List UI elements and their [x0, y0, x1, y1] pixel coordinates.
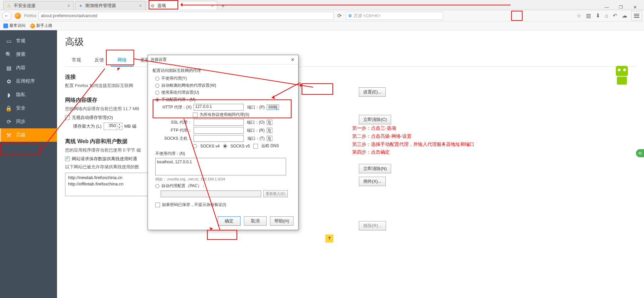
maximize-button[interactable]: ❐	[616, 5, 625, 10]
cancel-button[interactable]: 取消	[244, 216, 267, 226]
radio-pac[interactable]	[155, 184, 159, 188]
pac-url-input[interactable]	[161, 190, 261, 197]
override-cache-checkbox[interactable]	[65, 115, 70, 120]
sidebar-item-security[interactable]: 🔒安全	[0, 101, 57, 115]
tools-icon: ⚒	[5, 132, 12, 138]
close-icon[interactable]: ×	[290, 57, 296, 63]
back-button[interactable]: ←	[2, 11, 11, 20]
green-badge[interactable]: 40	[636, 149, 644, 157]
radio-auto-detect[interactable]	[155, 84, 159, 88]
settings-button[interactable]: 设置(E)...	[359, 87, 386, 97]
close-icon[interactable]: ×	[139, 3, 142, 8]
tab-label: 选项	[157, 3, 166, 9]
subtab-general[interactable]: 常规	[65, 54, 88, 67]
sync-icon: ⟳	[5, 118, 12, 125]
ssl-proxy-input[interactable]	[194, 119, 244, 126]
content: 高级 常规 反馈 网络 更新 连接 配置 Firefox 如何连接至国际互联网 …	[57, 30, 644, 298]
http-port-label: 端口：(P)	[246, 104, 265, 110]
ftp-port-label: 端口：(R)	[246, 128, 265, 133]
search-placeholder: 百度 <Ctrl+K>	[353, 13, 380, 19]
close-button[interactable]: ✕	[631, 5, 639, 10]
url-text: about:preferences#advanced	[41, 13, 97, 18]
socks-host-input[interactable]	[194, 135, 244, 142]
subtab-feedback[interactable]: 反馈	[88, 54, 111, 67]
close-icon[interactable]: ×	[211, 3, 214, 8]
sync-icon[interactable]: ☁	[622, 12, 627, 19]
help-button[interactable]: 帮助(H)	[270, 216, 293, 226]
gear-icon: ⚙	[151, 3, 155, 8]
undo-icon[interactable]: ↶	[613, 12, 617, 19]
noproxy-example: 例如：.mozilla.org, .net.nz, 192.168.1.0/24	[155, 177, 293, 182]
mask-icon: ◗	[5, 91, 12, 98]
new-tab-button[interactable]: +	[219, 2, 227, 10]
cache-limit-label-pre: 缓存最大为 (L)	[73, 123, 102, 129]
ftp-label: FTP 代理：	[161, 128, 192, 133]
no-prompt-checkbox[interactable]	[155, 203, 160, 207]
sidebar: ▭常规 🔍搜索 ▤内容 ✿应用程序 ◗隐私 🔒安全 ⟳同步 ⚒高级	[0, 30, 57, 298]
browser-label: Firefox	[24, 13, 37, 18]
sidebar-item-apps[interactable]: ✿应用程序	[0, 75, 57, 88]
tab-options[interactable]: ⚙ 选项 ×	[147, 1, 217, 10]
radio-no-proxy[interactable]	[155, 77, 159, 81]
instructions: 第一步：点击三-选项 第二步：点击高级-网络-设置 第三步：选择手动配置代理，并…	[352, 124, 474, 156]
sidebar-item-sync[interactable]: ⟳同步	[0, 115, 57, 128]
main: ▭常规 🔍搜索 ▤内容 ✿应用程序 ◗隐私 🔒安全 ⟳同步 ⚒高级 高级 常规 …	[0, 30, 644, 298]
noproxy-input[interactable]: localhost, 127.0.0.1	[155, 158, 286, 175]
folder-icon	[3, 24, 8, 28]
notify-offline-label: 网站请求保存数据供离线使用时通	[72, 156, 137, 162]
subtab-network[interactable]: 网络	[111, 54, 133, 67]
ftp-proxy-input[interactable]	[194, 127, 244, 134]
radio-manual[interactable]	[155, 98, 159, 102]
window-controls: — ❐ ✕	[598, 5, 644, 10]
page-title: 高级	[65, 36, 636, 48]
radio-socks5[interactable]	[223, 144, 227, 148]
minimize-button[interactable]: —	[602, 5, 611, 10]
sidebar-item-search[interactable]: 🔍搜索	[0, 48, 57, 61]
notify-offline-checkbox[interactable]	[65, 157, 70, 161]
radio-socks4[interactable]	[193, 144, 197, 148]
tab-addons[interactable]: ✦ 附加组件管理器 ×	[75, 1, 146, 10]
clear-offline-button[interactable]: 立即清除(N)	[359, 164, 391, 173]
noproxy-label: 不使用代理：(N)	[155, 151, 293, 157]
connection-settings-dialog: 连接设置 × 配置访问国际互联网的代理 不使用代理(Y) 自动检测此网络的代理设…	[148, 55, 299, 230]
apps-icon: ✿	[5, 78, 12, 85]
http-proxy-input[interactable]: 127.0.0.1	[194, 104, 244, 111]
sidebar-item-privacy[interactable]: ◗隐私	[0, 88, 57, 101]
sidebar-item-general[interactable]: ▭常规	[0, 34, 57, 48]
dialog-title: 连接设置	[151, 57, 167, 62]
tab-insecure[interactable]: ⚠ 不安全连接 ×	[3, 1, 74, 10]
ssl-port-label: 端口：(O)	[246, 120, 265, 125]
reload-button[interactable]: ⟳	[336, 13, 344, 19]
title-bar: ⚠ 不安全连接 × ✦ 附加组件管理器 × ⚙ 选项 × + — ❐ ✕	[0, 0, 644, 10]
download-icon[interactable]: ⬇	[596, 12, 600, 19]
remote-dns-checkbox[interactable]	[253, 144, 258, 148]
menu-button[interactable]	[631, 11, 642, 20]
socks-label: SOCKS 主机：	[161, 136, 192, 141]
cache-limit-label-post: MB 磁	[124, 123, 137, 129]
star-icon[interactable]: ☆	[577, 12, 581, 19]
sidebar-item-advanced[interactable]: ⚒高级	[0, 128, 57, 142]
bookmark-getting-started[interactable]: 新手上路	[30, 23, 52, 29]
search-input[interactable]: ✿百度 <Ctrl+K>	[346, 12, 443, 20]
close-icon[interactable]: ×	[67, 3, 70, 8]
tab-label: 不安全连接	[14, 3, 36, 9]
url-bar[interactable]: about:preferences#advanced	[39, 12, 334, 20]
override-cache-label: 无视自动缓存管理(O)	[72, 115, 113, 121]
bookmark-most-visited[interactable]: 最常访问	[3, 23, 25, 29]
same-proxy-checkbox[interactable]	[193, 113, 198, 117]
reload-pac-button[interactable]: 重新载入(E)	[263, 190, 288, 197]
firefox-icon	[15, 13, 21, 19]
exceptions-button[interactable]: 例外(X)...	[359, 177, 386, 186]
radio-system[interactable]	[155, 91, 159, 95]
sidebar-item-content[interactable]: ▤内容	[0, 61, 57, 75]
home-icon[interactable]: ⌂	[605, 13, 608, 19]
ok-button[interactable]: 确定	[218, 216, 240, 226]
clear-cache-button[interactable]: 立即清除(C)	[359, 115, 391, 124]
ssl-label: SSL 代理：	[161, 120, 192, 125]
window-icon: ▭	[5, 38, 12, 44]
library-icon[interactable]: ▥	[586, 12, 591, 19]
remove-button[interactable]: 移除(R)...	[359, 221, 386, 230]
help-badge[interactable]: ?	[325, 235, 333, 243]
puzzle-icon: ✦	[79, 3, 84, 8]
cache-limit-input[interactable]: 350 ▲▼	[104, 123, 122, 130]
